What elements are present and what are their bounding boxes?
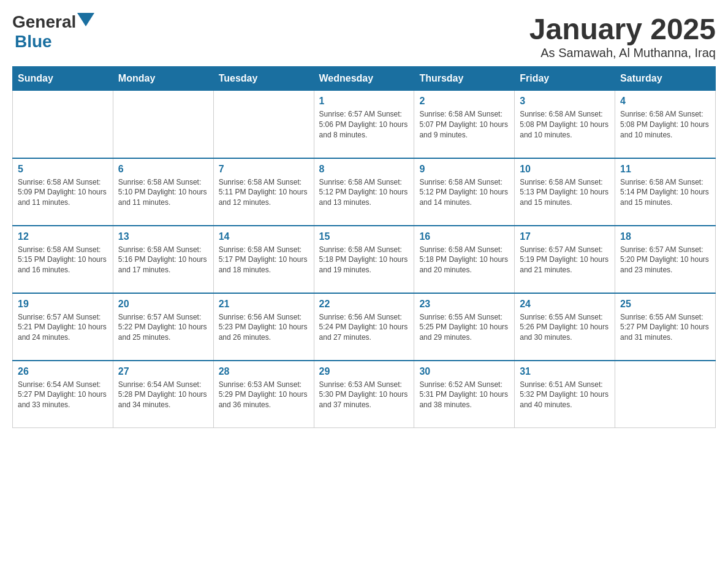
day-info: Sunrise: 6:58 AM Sunset: 5:15 PM Dayligh… [18,245,108,275]
day-number: 25 [620,299,710,310]
calendar-cell [113,91,213,158]
day-number: 24 [520,299,610,310]
day-info: Sunrise: 6:58 AM Sunset: 5:14 PM Dayligh… [620,177,710,208]
day-number: 1 [319,96,409,107]
day-number: 14 [219,231,309,242]
day-info: Sunrise: 6:58 AM Sunset: 5:13 PM Dayligh… [520,177,610,208]
calendar-cell: 10Sunrise: 6:58 AM Sunset: 5:13 PM Dayli… [515,158,615,226]
calendar-cell: 8Sunrise: 6:58 AM Sunset: 5:12 PM Daylig… [314,158,414,226]
day-number: 9 [419,164,509,175]
header-friday: Friday [515,67,615,91]
day-info: Sunrise: 6:53 AM Sunset: 5:30 PM Dayligh… [319,380,409,410]
day-number: 3 [520,96,610,107]
day-info: Sunrise: 6:58 AM Sunset: 5:07 PM Dayligh… [419,109,509,140]
day-info: Sunrise: 6:58 AM Sunset: 5:08 PM Dayligh… [620,109,710,140]
calendar-week-3: 19Sunrise: 6:57 AM Sunset: 5:21 PM Dayli… [13,293,716,361]
header-monday: Monday [113,67,213,91]
header-sunday: Sunday [13,67,113,91]
calendar-cell: 20Sunrise: 6:57 AM Sunset: 5:22 PM Dayli… [113,293,213,361]
day-number: 13 [118,231,208,242]
day-info: Sunrise: 6:55 AM Sunset: 5:25 PM Dayligh… [419,312,509,343]
day-number: 23 [419,299,509,310]
day-info: Sunrise: 6:58 AM Sunset: 5:11 PM Dayligh… [219,177,309,208]
day-number: 27 [118,366,208,377]
calendar-cell: 29Sunrise: 6:53 AM Sunset: 5:30 PM Dayli… [314,361,414,428]
day-info: Sunrise: 6:58 AM Sunset: 5:08 PM Dayligh… [520,109,610,140]
day-info: Sunrise: 6:54 AM Sunset: 5:27 PM Dayligh… [18,380,108,410]
calendar-cell: 31Sunrise: 6:51 AM Sunset: 5:32 PM Dayli… [515,361,615,428]
header-tuesday: Tuesday [213,67,314,91]
day-info: Sunrise: 6:58 AM Sunset: 5:09 PM Dayligh… [18,177,108,208]
calendar-cell [213,91,314,158]
day-info: Sunrise: 6:58 AM Sunset: 5:18 PM Dayligh… [319,245,409,275]
day-info: Sunrise: 6:51 AM Sunset: 5:32 PM Dayligh… [520,380,610,410]
day-number: 16 [419,231,509,242]
day-info: Sunrise: 6:57 AM Sunset: 5:06 PM Dayligh… [319,109,409,140]
calendar-cell: 24Sunrise: 6:55 AM Sunset: 5:26 PM Dayli… [515,293,615,361]
day-number: 18 [620,231,710,242]
header-wednesday: Wednesday [314,67,414,91]
page-header: General Blue January 2025 As Samawah, Al… [12,12,716,60]
calendar-week-2: 12Sunrise: 6:58 AM Sunset: 5:15 PM Dayli… [13,226,716,293]
day-info: Sunrise: 6:53 AM Sunset: 5:29 PM Dayligh… [219,380,309,410]
calendar-cell: 3Sunrise: 6:58 AM Sunset: 5:08 PM Daylig… [515,91,615,158]
day-number: 4 [620,96,710,107]
calendar-week-0: 1Sunrise: 6:57 AM Sunset: 5:06 PM Daylig… [13,91,716,158]
day-info: Sunrise: 6:55 AM Sunset: 5:26 PM Dayligh… [520,312,610,343]
logo-triangle-icon [77,13,94,26]
day-number: 26 [18,366,108,377]
calendar-cell: 2Sunrise: 6:58 AM Sunset: 5:07 PM Daylig… [414,91,515,158]
day-number: 8 [319,164,409,175]
calendar-cell: 15Sunrise: 6:58 AM Sunset: 5:18 PM Dayli… [314,226,414,293]
calendar-week-1: 5Sunrise: 6:58 AM Sunset: 5:09 PM Daylig… [13,158,716,226]
calendar-cell: 1Sunrise: 6:57 AM Sunset: 5:06 PM Daylig… [314,91,414,158]
calendar-cell: 27Sunrise: 6:54 AM Sunset: 5:28 PM Dayli… [113,361,213,428]
day-info: Sunrise: 6:58 AM Sunset: 5:17 PM Dayligh… [219,245,309,275]
logo-blue: Blue [15,32,52,52]
calendar-cell: 4Sunrise: 6:58 AM Sunset: 5:08 PM Daylig… [615,91,716,158]
day-number: 29 [319,366,409,377]
calendar-cell: 23Sunrise: 6:55 AM Sunset: 5:25 PM Dayli… [414,293,515,361]
calendar-cell: 6Sunrise: 6:58 AM Sunset: 5:10 PM Daylig… [113,158,213,226]
calendar-cell: 9Sunrise: 6:58 AM Sunset: 5:12 PM Daylig… [414,158,515,226]
calendar-cell: 21Sunrise: 6:56 AM Sunset: 5:23 PM Dayli… [213,293,314,361]
day-info: Sunrise: 6:55 AM Sunset: 5:27 PM Dayligh… [620,312,710,343]
day-info: Sunrise: 6:58 AM Sunset: 5:16 PM Dayligh… [118,245,208,275]
calendar-subtitle: As Samawah, Al Muthanna, Iraq [529,46,716,60]
calendar-cell: 17Sunrise: 6:57 AM Sunset: 5:19 PM Dayli… [515,226,615,293]
day-number: 28 [219,366,309,377]
day-number: 12 [18,231,108,242]
day-number: 21 [219,299,309,310]
day-number: 7 [219,164,309,175]
day-number: 31 [520,366,610,377]
day-number: 5 [18,164,108,175]
day-info: Sunrise: 6:58 AM Sunset: 5:10 PM Dayligh… [118,177,208,208]
day-info: Sunrise: 6:58 AM Sunset: 5:18 PM Dayligh… [419,245,509,275]
calendar-cell [13,91,113,158]
day-info: Sunrise: 6:54 AM Sunset: 5:28 PM Dayligh… [118,380,208,410]
calendar-cell: 22Sunrise: 6:56 AM Sunset: 5:24 PM Dayli… [314,293,414,361]
logo: General Blue [12,12,94,52]
calendar-cell [615,361,716,428]
calendar-cell: 7Sunrise: 6:58 AM Sunset: 5:11 PM Daylig… [213,158,314,226]
header-thursday: Thursday [414,67,515,91]
title-block: January 2025 As Samawah, Al Muthanna, Ir… [529,12,716,60]
day-number: 2 [419,96,509,107]
header-saturday: Saturday [615,67,716,91]
calendar-cell: 28Sunrise: 6:53 AM Sunset: 5:29 PM Dayli… [213,361,314,428]
calendar-week-4: 26Sunrise: 6:54 AM Sunset: 5:27 PM Dayli… [13,361,716,428]
day-info: Sunrise: 6:56 AM Sunset: 5:23 PM Dayligh… [219,312,309,343]
calendar-cell: 18Sunrise: 6:57 AM Sunset: 5:20 PM Dayli… [615,226,716,293]
day-number: 20 [118,299,208,310]
calendar-cell: 11Sunrise: 6:58 AM Sunset: 5:14 PM Dayli… [615,158,716,226]
calendar-cell: 14Sunrise: 6:58 AM Sunset: 5:17 PM Dayli… [213,226,314,293]
day-number: 19 [18,299,108,310]
calendar-cell: 13Sunrise: 6:58 AM Sunset: 5:16 PM Dayli… [113,226,213,293]
day-info: Sunrise: 6:56 AM Sunset: 5:24 PM Dayligh… [319,312,409,343]
day-number: 15 [319,231,409,242]
day-info: Sunrise: 6:58 AM Sunset: 5:12 PM Dayligh… [419,177,509,208]
day-info: Sunrise: 6:58 AM Sunset: 5:12 PM Dayligh… [319,177,409,208]
day-number: 22 [319,299,409,310]
day-number: 6 [118,164,208,175]
calendar-cell: 5Sunrise: 6:58 AM Sunset: 5:09 PM Daylig… [13,158,113,226]
